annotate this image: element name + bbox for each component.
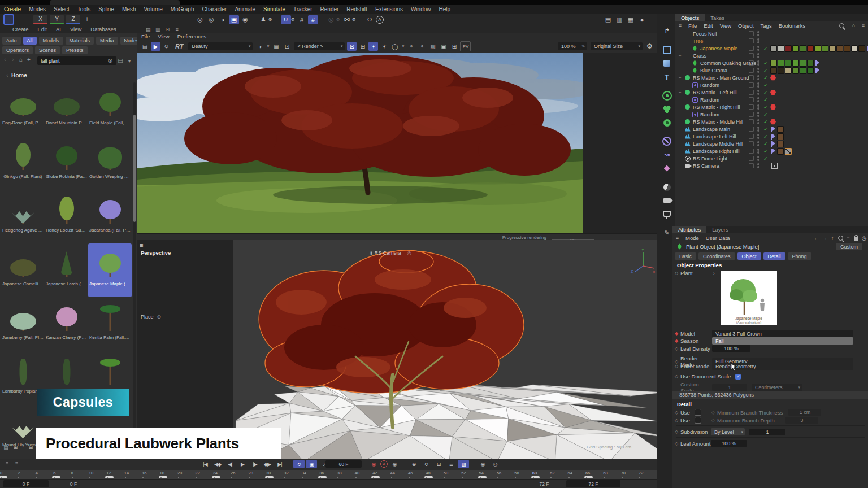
mirror-menu-icon[interactable]: ⚙ xyxy=(351,15,357,24)
keyframe-mark[interactable] xyxy=(531,476,540,478)
material-swatch[interactable] xyxy=(858,45,865,52)
filter-tab[interactable]: Presets xyxy=(62,46,88,54)
ab-wipe-icon[interactable]: ▨ xyxy=(428,42,437,51)
enabled-checkmark[interactable]: ✓ xyxy=(763,60,770,66)
filter-tab[interactable]: Scenes xyxy=(35,46,60,54)
restart-render-icon[interactable]: ↻ xyxy=(162,42,171,51)
custom-scale-unit[interactable]: Centimeters ▾ xyxy=(752,384,802,391)
leaf-density-field[interactable]: 100 % xyxy=(712,345,750,352)
visibility-dots[interactable] xyxy=(757,97,760,103)
material-swatch[interactable] xyxy=(836,45,843,52)
plant-preview[interactable]: Japanese Maple (Acer palmatum) xyxy=(721,271,777,325)
axis-lock-button[interactable]: Y xyxy=(50,15,64,24)
timeline-tick[interactable]: 52 xyxy=(461,470,479,479)
asset-item[interactable]: Hedgehog Agave (Fall... xyxy=(1,190,45,243)
asset-item[interactable]: Kentia Palm (Fall, Plant) xyxy=(88,297,132,351)
attr-hamburger-icon[interactable]: ≡ xyxy=(674,235,681,241)
menu-item[interactable]: Modes xyxy=(25,5,50,14)
enabled-checkmark[interactable]: ✓ xyxy=(763,127,770,132)
material-sort-icon[interactable]: ⊞ xyxy=(27,444,34,450)
crop-region-icon[interactable]: ⊡ xyxy=(282,42,292,51)
keyframe-mark[interactable] xyxy=(52,476,60,478)
camera-target-tag-icon[interactable] xyxy=(771,163,778,169)
enabled-checkmark[interactable]: ✓ xyxy=(763,149,770,154)
menu-item[interactable]: Tracker xyxy=(289,5,316,14)
object-row[interactable]: − RS Matrix - Middle Hill ✓ xyxy=(675,118,868,125)
menu-item[interactable]: MoGraph xyxy=(167,5,198,14)
panel-tab[interactable]: Takes xyxy=(705,14,730,21)
panel-tab[interactable]: Objects xyxy=(675,14,705,21)
pass-dropdown[interactable]: Beauty ▾ xyxy=(188,42,253,50)
menu-item[interactable]: Databases xyxy=(86,25,120,33)
enabled-checkmark[interactable]: ✓ xyxy=(763,156,770,162)
material-swatch[interactable] xyxy=(777,133,784,140)
max-branch-field[interactable]: 3 xyxy=(785,417,818,424)
rgb-dropdown-icon[interactable]: ▾ xyxy=(266,42,270,51)
enabled-checkmark[interactable]: ✓ xyxy=(763,134,770,140)
add-deformer-icon[interactable] xyxy=(660,162,674,175)
menu-item[interactable]: Character xyxy=(198,5,231,14)
goto-end-button[interactable]: ▶| xyxy=(274,460,285,468)
asset-item[interactable]: Ginkgo (Fall, Plant) xyxy=(1,136,45,190)
material-swatch[interactable] xyxy=(777,148,784,155)
render-view-button[interactable]: ▤ xyxy=(603,15,613,24)
doc-anim-button[interactable]: ▣ xyxy=(306,460,317,468)
timeline-tick[interactable]: 56 xyxy=(497,470,514,479)
layer-toggle[interactable] xyxy=(749,82,754,88)
season-dropdown[interactable]: Fall xyxy=(712,337,853,345)
object-row[interactable]: − RS Matrix - Left Hill ✓ xyxy=(675,89,868,96)
object-label[interactable]: RS Matrix - Main Ground xyxy=(693,75,749,81)
material-swatch[interactable] xyxy=(844,45,850,52)
prev-frame-button[interactable]: ◀| xyxy=(224,460,236,468)
timeline-tick[interactable]: 26 xyxy=(231,470,248,479)
record-rotation-button[interactable]: ↻ xyxy=(420,460,432,468)
visibility-dots[interactable] xyxy=(757,31,760,37)
object-row[interactable]: − Grass ✓ xyxy=(675,52,868,59)
object-label[interactable]: RS Camera xyxy=(693,163,719,169)
model-mode-icon[interactable]: ◎ xyxy=(206,15,216,24)
object-row[interactable]: − Random ✓ xyxy=(675,96,868,103)
menu-item[interactable]: Edit xyxy=(33,25,51,33)
layer-toggle[interactable] xyxy=(749,163,754,168)
menu-item[interactable]: Tags xyxy=(757,22,775,29)
compare-dropdown-icon[interactable]: ▾ xyxy=(401,42,405,51)
enabled-checkmark[interactable]: ✓ xyxy=(763,90,770,95)
detail-view-icon[interactable]: ⊡ xyxy=(164,26,171,32)
section-tab[interactable]: Detail xyxy=(763,252,785,260)
visibility-dots[interactable] xyxy=(757,141,760,147)
enabled-checkmark[interactable]: ✓ xyxy=(763,141,770,147)
modeling-settings-icon[interactable]: ⊜ xyxy=(364,15,375,24)
enabled-checkmark[interactable]: ✓ xyxy=(763,97,770,103)
timeline-tick[interactable]: 16 xyxy=(142,470,159,479)
material-swatch[interactable] xyxy=(770,60,777,67)
redshift-tag-icon[interactable] xyxy=(770,104,776,110)
visibility-dots[interactable] xyxy=(757,134,760,140)
region-dropdown[interactable]: < Render > ▾ xyxy=(294,42,345,50)
breadcrumb[interactable]: Home xyxy=(11,72,27,79)
visibility-dots[interactable] xyxy=(757,90,760,95)
snapshot-icon[interactable]: ✶ xyxy=(368,42,378,51)
add-stage-icon[interactable] xyxy=(660,208,674,220)
material-swatch[interactable] xyxy=(792,60,799,67)
range-start-marker[interactable]: 0 F xyxy=(51,480,96,487)
enabled-checkmark[interactable]: ✓ xyxy=(763,119,770,125)
goto-start-button[interactable]: |◀ xyxy=(199,460,211,468)
menu-item[interactable]: Animate xyxy=(231,5,259,14)
material-swatch[interactable] xyxy=(785,45,792,52)
material-list-icon[interactable]: ▤ xyxy=(2,444,10,450)
layer-toggle[interactable] xyxy=(749,127,754,132)
rgb-channel-icon[interactable]: ◑ xyxy=(255,42,264,51)
object-row[interactable]: − Tree ✓ xyxy=(675,37,868,45)
play-button[interactable]: ▶ xyxy=(237,460,248,468)
menu-item[interactable]: Help xyxy=(435,5,455,14)
prev-key-button[interactable]: ◀◆ xyxy=(212,460,223,468)
asset-item[interactable]: Japanese Maple (Fall, ... xyxy=(88,243,132,297)
keyframe-mark[interactable] xyxy=(478,476,487,478)
filter-tab[interactable]: Models xyxy=(39,37,63,45)
object-mode-icon[interactable]: ▣ xyxy=(229,15,239,24)
object-row[interactable]: − Common Quaking Grass ✓ xyxy=(675,59,868,67)
material-swatch[interactable] xyxy=(770,45,777,52)
keyframe-mark[interactable] xyxy=(265,476,274,478)
object-label[interactable]: Landscape Right Hill xyxy=(693,149,740,154)
layer-toggle[interactable] xyxy=(749,141,754,146)
